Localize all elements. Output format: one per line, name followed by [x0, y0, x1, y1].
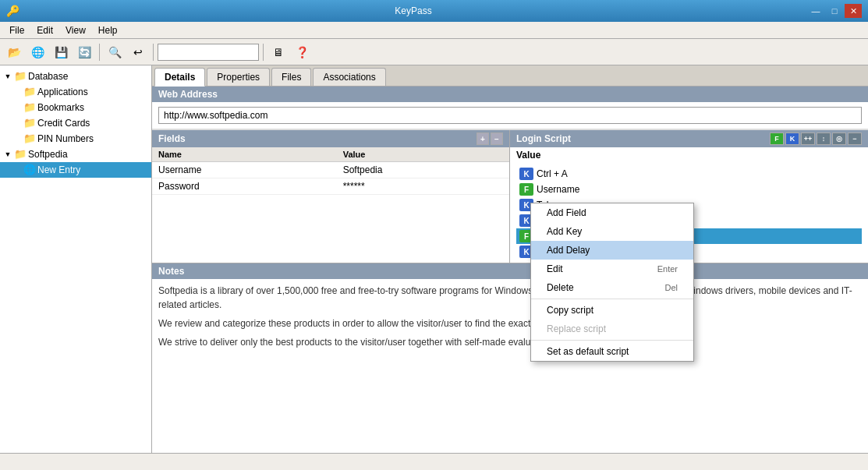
script-row-username[interactable]: F Username: [516, 182, 862, 197]
tree-expand-softpedia[interactable]: ▼: [3, 150, 12, 159]
ctx-replace-script: Replace script: [531, 320, 693, 338]
search-input[interactable]: [158, 44, 259, 61]
tree-database[interactable]: ▼ 📁 Database: [0, 69, 151, 84]
menu-file[interactable]: File: [3, 23, 30, 37]
folder-icon-bookmarks: 📁: [23, 101, 36, 114]
ctx-add-delay-label: Add Delay: [547, 245, 590, 256]
tree-label-pin-numbers: PIN Numbers: [37, 133, 94, 144]
value-header: Value: [510, 147, 868, 163]
fields-col-name: Name: [152, 147, 337, 162]
tree-applications[interactable]: 📁 Applications: [0, 84, 151, 100]
title-bar: 🔑 KeyPass — □ ✕: [0, 0, 868, 22]
maximize-button[interactable]: □: [826, 4, 843, 18]
folder-icon-softpedia: 📁: [14, 148, 27, 161]
tree-pin-numbers[interactable]: 📁 PIN Numbers: [0, 131, 151, 147]
search-button[interactable]: 🔍: [104, 42, 126, 62]
field-value-password: ******: [337, 178, 509, 195]
menu-help[interactable]: Help: [92, 23, 124, 37]
help-button[interactable]: ❓: [291, 42, 313, 62]
ctx-separator-2: [531, 340, 693, 341]
fields-col-value: Value: [337, 147, 509, 162]
login-script-label: Login Script: [516, 133, 571, 144]
tab-properties[interactable]: Properties: [207, 68, 270, 86]
tree-label-credit-cards: Credit Cards: [37, 118, 90, 129]
script-icon-add[interactable]: ++: [801, 133, 815, 145]
menu-bar: File Edit View Help: [0, 22, 868, 39]
back-button[interactable]: ↩: [127, 42, 149, 62]
menu-edit[interactable]: Edit: [30, 23, 59, 37]
notes-para-3: We strive to deliver only the best produ…: [158, 335, 862, 349]
script-icon-move[interactable]: ↕: [817, 133, 831, 145]
app-title: KeyPass: [19, 5, 807, 16]
ctx-add-delay[interactable]: Add Delay: [531, 241, 693, 260]
ctx-add-key[interactable]: Add Key: [531, 222, 693, 241]
web-button[interactable]: 🌐: [27, 42, 48, 62]
ctx-set-default-script-label: Set as default script: [547, 346, 629, 357]
notes-section: Notes Softpedia is a library of over 1,5…: [152, 263, 868, 359]
tree-expand-credit-cards[interactable]: [12, 118, 22, 128]
two-panel: Fields + − Name Value: [152, 129, 868, 263]
status-bar: [0, 453, 868, 470]
sync-button[interactable]: 🔄: [73, 42, 95, 62]
ctx-add-field[interactable]: Add Field: [531, 203, 693, 222]
script-icon-circle[interactable]: ◎: [832, 133, 846, 145]
screenshot-button[interactable]: 🖥: [267, 42, 289, 62]
tree-label-database: Database: [28, 71, 68, 82]
toolbar-separator-3: [263, 44, 264, 61]
table-row: Username Softpedia: [152, 162, 509, 178]
notes-content: Softpedia is a library of over 1,500,000…: [152, 279, 868, 359]
ctx-add-field-label: Add Field: [547, 207, 586, 218]
tree-bookmarks[interactable]: 📁 Bookmarks: [0, 100, 151, 115]
tree-label-bookmarks: Bookmarks: [37, 102, 84, 113]
ctx-edit[interactable]: Edit Enter: [531, 260, 693, 278]
ctx-edit-label: Edit: [547, 263, 563, 274]
remove-field-btn[interactable]: −: [491, 133, 503, 145]
script-row-ctrl-a-1[interactable]: K Ctrl + A: [516, 166, 862, 182]
ctx-set-default-script[interactable]: Set as default script: [531, 342, 693, 361]
script-icon-f[interactable]: F: [770, 133, 784, 145]
minimize-button[interactable]: —: [807, 4, 824, 18]
script-icon-k[interactable]: K: [785, 133, 799, 145]
fields-header: Fields + −: [152, 130, 509, 147]
tree-new-entry[interactable]: 🌐 New Entry: [0, 162, 151, 178]
toolbar-separator-2: [153, 44, 154, 61]
ctx-copy-script[interactable]: Copy script: [531, 301, 693, 320]
ctx-edit-shortcut: Enter: [657, 264, 678, 274]
script-icon-minus[interactable]: −: [848, 133, 862, 145]
fields-panel: Fields + − Name Value: [152, 130, 510, 263]
tree-expand-applications[interactable]: [12, 87, 22, 97]
add-field-btn[interactable]: +: [477, 133, 489, 145]
sidebar: ▼ 📁 Database 📁 Applications 📁 Bookmarks …: [0, 65, 152, 453]
fields-label: Fields: [158, 133, 186, 144]
context-menu: Add Field Add Key Add Delay Edit Enter D…: [530, 203, 694, 362]
notes-para-2: We review and categorize these products …: [158, 316, 862, 330]
open-folder-button[interactable]: 📂: [3, 42, 25, 62]
notes-para-1: Softpedia is a library of over 1,500,000…: [158, 284, 862, 312]
tree-credit-cards[interactable]: 📁 Credit Cards: [0, 115, 151, 131]
tree-expand-database[interactable]: ▼: [3, 72, 12, 81]
tree-softpedia[interactable]: ▼ 📁 Softpedia: [0, 147, 151, 162]
toolbar-separator: [99, 44, 100, 61]
main-area: ▼ 📁 Database 📁 Applications 📁 Bookmarks …: [0, 65, 868, 453]
ctx-add-key-label: Add Key: [547, 226, 582, 237]
field-name-password: Password: [152, 178, 337, 195]
menu-view[interactable]: View: [59, 23, 92, 37]
tab-files[interactable]: Files: [271, 68, 311, 86]
tab-associations[interactable]: Associations: [313, 68, 385, 86]
tab-details[interactable]: Details: [154, 68, 205, 87]
save-button[interactable]: 💾: [50, 42, 72, 62]
ctx-delete[interactable]: Delete Del: [531, 278, 693, 297]
web-address-input[interactable]: [158, 107, 862, 124]
tree-expand-bookmarks[interactable]: [12, 103, 22, 112]
script-label-username: Username: [537, 184, 579, 195]
tree-expand-pin-numbers[interactable]: [12, 134, 22, 143]
ctx-replace-script-label: Replace script: [547, 323, 606, 334]
ctx-delete-shortcut: Del: [664, 283, 678, 292]
field-name-username: Username: [152, 162, 337, 178]
detail-content: Web Address Fields + −: [152, 87, 868, 453]
close-button[interactable]: ✕: [845, 4, 862, 18]
script-label-ctrl-a-1: Ctrl + A: [537, 168, 568, 179]
login-script-header: Login Script F K ++ ↕ ◎ −: [510, 130, 868, 147]
folder-icon-applications: 📁: [23, 86, 36, 98]
folder-icon-credit-cards: 📁: [23, 117, 36, 129]
